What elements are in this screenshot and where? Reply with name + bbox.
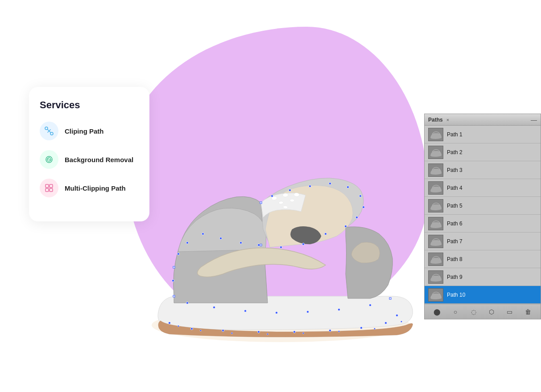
svg-point-55 [396,314,398,317]
path-item-5[interactable]: Path 5 [425,197,541,215]
svg-point-21 [329,183,331,185]
svg-point-29 [280,246,282,249]
svg-point-32 [220,237,222,240]
svg-point-59 [267,333,268,335]
stroke-path-button[interactable]: ○ [451,307,460,316]
svg-point-24 [363,206,365,208]
ps-panel-collapse-button[interactable]: — [531,116,537,123]
path-item-4[interactable]: Path 4 [425,179,541,197]
svg-point-26 [345,225,347,228]
service-item-background[interactable]: Background Removal [40,150,139,169]
shoe-svg [134,147,428,347]
svg-point-33 [202,233,204,235]
path-thumb-7 [428,235,443,248]
svg-point-35 [178,253,180,255]
svg-point-39 [186,302,189,304]
path-name-1: Path 1 [447,131,463,138]
svg-point-31 [240,242,242,244]
svg-point-60 [302,332,304,334]
service-item-clipping[interactable]: Cliping Path [40,122,139,140]
svg-point-58 [231,332,233,334]
svg-rect-66 [173,295,175,297]
new-path-button[interactable]: ▭ [505,307,514,316]
svg-rect-67 [389,298,391,299]
ps-panel-footer: ⬤ ○ ◌ ⬡ ▭ 🗑 [425,304,541,319]
path-item-7[interactable]: Path 7 [425,233,541,250]
svg-point-1 [50,132,53,135]
path-item-9[interactable]: Path 9 [425,268,541,286]
svg-point-18 [271,195,273,197]
path-name-10: Path 10 [447,292,465,298]
svg-point-44 [338,309,340,311]
svg-point-19 [289,189,291,192]
svg-point-42 [276,312,278,314]
svg-point-57 [200,330,202,331]
path-item-10[interactable]: Path 10 [425,286,541,304]
svg-point-50 [258,331,260,333]
svg-point-27 [325,233,327,235]
path-name-9: Path 9 [447,274,463,280]
svg-point-22 [347,186,349,188]
path-thumb-6 [428,217,443,230]
path-name-4: Path 4 [447,185,463,191]
svg-point-54 [385,322,387,324]
svg-point-49 [222,330,224,332]
path-item-2[interactable]: Path 2 [425,143,541,161]
path-thumb-10 [428,288,443,302]
svg-point-43 [307,311,309,313]
path-thumb-3 [428,163,443,177]
ps-panel-close-button[interactable]: × [446,117,449,122]
mask-button[interactable]: ⬡ [487,307,496,316]
path-thumb-8 [428,253,443,266]
svg-point-40 [213,306,215,309]
svg-rect-65 [173,266,175,268]
service-item-multi-clip[interactable]: Multi-Clipping Path [40,179,139,197]
svg-rect-64 [260,202,262,204]
svg-point-48 [191,328,193,330]
svg-point-28 [302,243,305,245]
selection-button[interactable]: ◌ [469,307,478,316]
clipping-path-label: Cliping Path [65,127,104,135]
svg-point-51 [293,331,296,333]
svg-rect-9 [50,188,53,192]
svg-point-15 [290,199,294,202]
svg-point-41 [244,310,247,312]
path-name-2: Path 2 [447,149,463,155]
background-removal-label: Background Removal [65,156,133,163]
svg-point-45 [369,304,372,306]
path-item-6[interactable]: Path 6 [425,215,541,233]
path-name-8: Path 8 [447,256,463,262]
path-name-7: Path 7 [447,238,463,245]
path-item-8[interactable]: Path 8 [425,250,541,268]
svg-point-63 [401,321,402,323]
svg-point-20 [309,185,311,188]
path-thumb-1 [428,128,443,141]
clipping-path-icon [40,122,58,140]
svg-point-25 [356,216,358,219]
background-removal-icon [40,150,58,169]
svg-point-0 [45,127,48,130]
delete-path-button[interactable]: 🗑 [524,307,533,316]
svg-rect-7 [50,184,53,188]
path-name-5: Path 5 [447,203,463,209]
svg-point-30 [258,244,260,246]
svg-point-61 [338,331,340,332]
path-thumb-4 [428,181,443,195]
svg-point-53 [360,327,363,329]
ps-panel: Paths × — Path 1 Path 2 Path 3 Path 4 Pa… [424,114,541,319]
svg-point-52 [329,330,331,332]
path-item-1[interactable]: Path 1 [425,126,541,143]
fill-path-button[interactable]: ⬤ [433,307,442,316]
path-thumb-5 [428,199,443,212]
paths-list: Path 1 Path 2 Path 3 Path 4 Path 5 Path … [425,126,541,304]
services-card: Services Cliping Path Background Removal [29,87,149,221]
path-name-3: Path 3 [447,167,463,173]
svg-point-47 [169,322,171,324]
path-thumb-2 [428,146,443,159]
path-thumb-9 [428,270,443,284]
path-item-3[interactable]: Path 3 [425,161,541,179]
shoe-illustration [134,147,428,347]
multi-clipping-icon [40,179,58,197]
services-title: Services [40,99,139,111]
svg-point-37 [172,280,174,282]
